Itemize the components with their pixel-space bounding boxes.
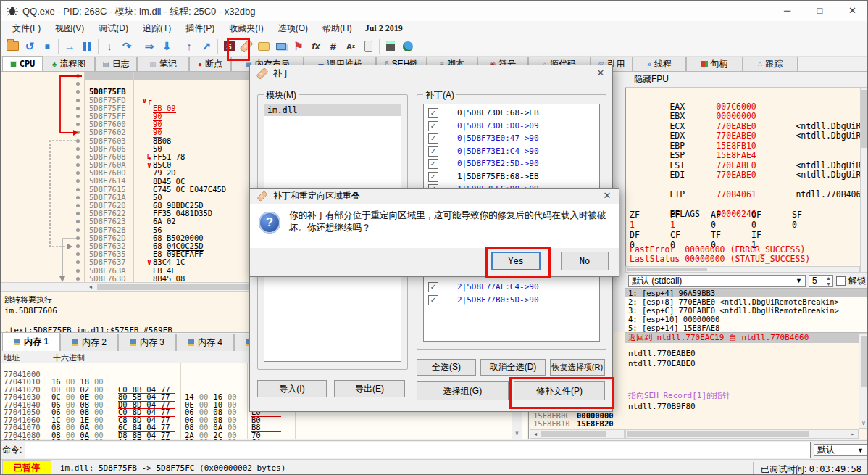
breakpoint-dot[interactable] [76, 74, 80, 78]
patch-entry[interactable]: 0|5D8F73DE:68->EB [424, 107, 599, 120]
no-button[interactable]: No [561, 252, 609, 270]
patches-button[interactable] [238, 38, 255, 54]
dump-row[interactable]: 77041070 08000A00 A4D70477 18001A00 5084… [1, 416, 527, 424]
menu-help[interactable]: 帮助(H) [315, 22, 359, 35]
registers-hscrollbar[interactable] [625, 266, 860, 273]
maximize-button[interactable]: □ [804, 1, 836, 21]
patch-entry[interactable]: 2|5D8F77AF:C4->90 [424, 281, 599, 294]
tab-log[interactable]: ▤日志 [95, 57, 137, 71]
patch-checkbox[interactable] [428, 295, 438, 305]
flag-item[interactable]: OF 0 [751, 210, 792, 220]
arg-count-spinner[interactable]: 5▲▼ [809, 275, 833, 287]
execute-till-return-button[interactable]: ↑ [180, 38, 198, 54]
patch-checkbox[interactable] [428, 121, 438, 131]
patch-dialog-close-icon[interactable]: ✕ [593, 67, 608, 80]
breakpoint-dot[interactable] [76, 212, 80, 215]
open-file-button[interactable] [4, 38, 21, 54]
argument-row[interactable]: 3: [esp+C] 770EABE0 <ntdll.DbgUiRemoteBr… [625, 306, 868, 315]
step-out-button[interactable]: ⇓ [158, 38, 175, 54]
patch-entry[interactable]: 0|5D8F73E2:5D->90 [424, 157, 599, 170]
flag-item[interactable]: PF 1 [670, 210, 711, 220]
title-bar[interactable]: QQ.exe - PID: 268C - 模块: im.dll - 线程: 25… [1, 1, 868, 21]
breakpoint-dot[interactable] [76, 277, 80, 281]
dump-row[interactable]: 77041080 1C001E00 70D90477 28002A00 44D9… [1, 424, 527, 431]
info-hscrollbar[interactable]: ▸ [625, 429, 859, 439]
import-button[interactable]: 导入(I) [257, 380, 327, 397]
strings-button[interactable]: A z [342, 38, 359, 54]
breakpoint-dot[interactable] [76, 123, 80, 126]
breakpoint-dot[interactable] [76, 99, 80, 102]
restart-button[interactable]: ↺ [21, 38, 38, 54]
callconv-combo[interactable]: 默认 (stdcall)▼ [628, 275, 806, 287]
select-all-button[interactable]: 全选(S) [417, 359, 476, 376]
breakpoint-dot[interactable] [76, 179, 80, 183]
breakpoint-dot[interactable] [76, 82, 80, 86]
patch-dialog-titlebar[interactable]: 补丁 [250, 65, 612, 82]
breakpoint-dot[interactable] [76, 220, 80, 223]
internet-button[interactable] [399, 38, 417, 54]
patch-entry[interactable]: 0|5D8F73E1:C4->90 [424, 145, 599, 158]
tab-dump-3[interactable]: 内存 3 [118, 334, 176, 351]
export-button[interactable]: 导出(E) [334, 380, 405, 397]
flag-item[interactable]: AF 0 [711, 210, 751, 220]
deselect-all-button[interactable]: 取消全选(D) [480, 359, 546, 376]
pause-button[interactable] [78, 38, 96, 54]
run-button[interactable]: → [61, 38, 78, 54]
crc-button[interactable]: # [325, 38, 342, 54]
step-into-button[interactable]: ↓ [101, 38, 118, 54]
close-button[interactable]: ✕ [836, 1, 868, 21]
argument-row[interactable]: 4: [esp+10] 00000000 [625, 315, 868, 323]
breakpoint-dot[interactable] [76, 139, 80, 143]
tab-threads[interactable]: »线程 [633, 57, 686, 71]
run-to-user-code-button[interactable]: ↗ [198, 38, 215, 54]
stack-row[interactable]: 15E8FB10 15E8FB20 [529, 420, 625, 428]
registers-vscrollbar[interactable] [860, 88, 868, 273]
argument-row[interactable]: 2: [esp+8] 770EABE0 <ntdll.DbgUiRemoteBr… [625, 297, 868, 306]
patch-entry[interactable]: 1|5D8F75FB:68->EB [424, 170, 599, 183]
stack-hscrollbar[interactable]: ◂ [530, 429, 625, 439]
register-row[interactable]: EAX007C6000 [630, 92, 859, 102]
patch-file-button[interactable]: 修补文件(P) [514, 381, 605, 400]
functions-button[interactable]: fx [307, 38, 325, 54]
breakpoint-dot[interactable] [76, 115, 80, 118]
minimize-button[interactable]: ─ [771, 1, 804, 21]
breakpoint-dot[interactable] [76, 252, 80, 256]
argument-row[interactable]: 1: [esp+4] 96A59BB3 [625, 289, 868, 297]
restore-selection-button[interactable]: 恢复选择项(R) [550, 359, 605, 376]
tab-dump-4[interactable]: 内存 4 [176, 334, 234, 351]
comments-button[interactable] [255, 38, 272, 54]
module-item-selected[interactable]: im.dll [264, 104, 401, 116]
breakpoint-dot[interactable] [76, 244, 80, 248]
confirm-dialog-titlebar[interactable]: 补丁和重定向区域重叠 [250, 189, 619, 204]
breakpoint-dot[interactable] [76, 171, 80, 175]
patch-checkbox[interactable] [428, 108, 438, 118]
hide-fpu-button[interactable]: 隐藏FPU [625, 72, 868, 88]
calculator-button[interactable] [382, 38, 399, 54]
menu-favourites[interactable]: 收藏夹(I) [222, 22, 270, 35]
patch-checkbox[interactable] [428, 282, 438, 292]
tab-graph[interactable]: ♣流程图 [43, 57, 95, 71]
tab-notes[interactable]: ▥笔记 [137, 57, 189, 71]
flag-item[interactable]: IF 1 [751, 230, 792, 240]
info-vscrollbar[interactable]: ∨ [859, 333, 868, 429]
confirm-dialog-close-icon[interactable]: ✕ [600, 189, 614, 202]
breakpoint-dot[interactable] [76, 204, 80, 207]
breakpoint-dot[interactable] [76, 107, 80, 110]
pick-groups-button[interactable]: 选择组(G) [417, 381, 509, 400]
breakpoint-dot[interactable] [76, 269, 80, 273]
tab-cpu[interactable]: CPU [2, 56, 43, 71]
tab-breakpoints[interactable]: ●断点 [189, 57, 231, 71]
patch-checkbox[interactable] [428, 159, 438, 169]
patch-entry[interactable]: 2|5D8F77B0:5D->90 [424, 294, 599, 307]
labels-button[interactable] [272, 38, 290, 54]
flag-item[interactable]: ZF 1 [630, 210, 670, 220]
patch-checkbox[interactable] [428, 146, 438, 157]
breakpoint-dot[interactable] [76, 188, 80, 191]
breakpoint-dot[interactable] [76, 147, 80, 151]
patch-entry[interactable]: 0|5D8F73DF:D0->09 [424, 120, 599, 133]
tab-dump-2[interactable]: 内存 2 [60, 334, 118, 351]
tab-dump-1[interactable]: 内存 1 [2, 332, 60, 351]
breakpoint-dot[interactable] [76, 236, 80, 240]
breakpoint-dot[interactable] [76, 131, 80, 134]
unlock-checkbox[interactable] [836, 276, 846, 286]
